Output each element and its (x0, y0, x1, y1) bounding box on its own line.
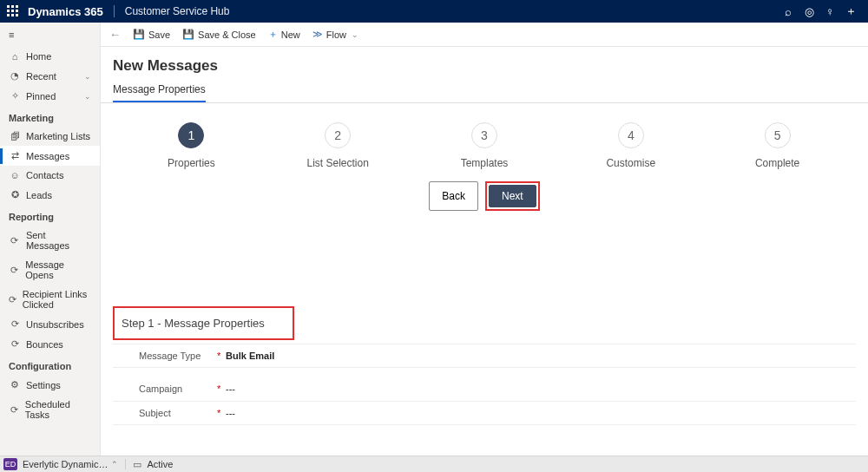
pin-icon: ✧ (9, 90, 21, 102)
wizard-step-customise[interactable]: 4 Customise (557, 122, 704, 169)
highlight-section-title: Step 1 - Message Properties (113, 306, 294, 340)
sidebar-item-scheduled-tasks[interactable]: ⟳ Scheduled Tasks (0, 395, 100, 424)
task-icon[interactable]: ◎ (799, 5, 819, 18)
record-status: Active (147, 459, 173, 469)
sidebar-item-label: Leads (26, 190, 52, 200)
step-number: 4 (618, 122, 644, 148)
sidebar-item-label: Recent (26, 71, 56, 82)
search-icon[interactable]: ⌕ (778, 5, 799, 18)
sidebar-item-contacts[interactable]: ☺ Contacts (0, 166, 100, 185)
sidebar-item-label: Messages (26, 151, 69, 161)
new-label: New (281, 30, 300, 40)
command-bar: ← 💾 Save 💾 Save & Close ＋ New ≫ Flow ⌄ (101, 23, 868, 47)
global-nav-bar: Dynamics 365 Customer Service Hub ⌕ ◎ ♀ … (0, 0, 868, 23)
clock-icon: ◔ (9, 70, 21, 82)
area-selector[interactable]: Everlytic Dynamic… ⌃ (23, 459, 118, 469)
tab-message-properties[interactable]: Message Properties (113, 80, 206, 102)
sidebar-item-leads[interactable]: ✪ Leads (0, 185, 100, 205)
sidebar-item-label: Scheduled Tasks (25, 399, 91, 420)
sidebar-item-label: Settings (26, 380, 61, 390)
contact-icon: ☺ (9, 170, 21, 180)
field-value: --- (226, 408, 235, 418)
form: Message Type * Bulk Email Campaign * ---… (113, 344, 856, 425)
sidebar-item-home[interactable]: ⌂ Home (0, 47, 100, 66)
flow-icon: ≫ (312, 29, 323, 40)
sidebar-item-settings[interactable]: ⚙ Settings (0, 375, 100, 395)
step-number: 3 (471, 122, 497, 148)
field-subject[interactable]: Subject * --- (113, 402, 856, 425)
back-button[interactable]: Back (429, 181, 478, 211)
sidebar-item-messages[interactable]: ⇄ Messages (0, 146, 100, 166)
required-icon: * (217, 384, 226, 394)
wizard-step-complete[interactable]: 5 Complete (704, 122, 851, 169)
sidebar-item-label: Home (26, 51, 51, 62)
assistant-icon[interactable]: ♀ (819, 5, 840, 18)
cycle-icon: ⟳ (9, 318, 21, 330)
wizard-steps: 1 Properties 2 List Selection 3 Template… (101, 103, 868, 169)
step-label: Complete (704, 157, 851, 169)
sidebar-item-recipient-links[interactable]: ⟳ Recipient Links Clicked (0, 285, 100, 314)
sidebar-item-recent[interactable]: ◔ Recent ⌄ (0, 66, 100, 86)
cycle-icon: ⟳ (9, 338, 21, 350)
sidebar-toggle-icon[interactable]: ≡ (0, 23, 100, 47)
wizard-step-list-selection[interactable]: 2 List Selection (265, 122, 411, 169)
step-label: Customise (557, 157, 704, 169)
wizard-buttons: Back Next (101, 181, 868, 211)
list-icon: 🗐 (9, 131, 21, 141)
chevron-down-icon: ⌄ (84, 92, 91, 101)
lead-icon: ✪ (9, 189, 21, 200)
field-value: Bulk Email (226, 351, 274, 361)
flow-label: Flow (326, 30, 346, 40)
save-button[interactable]: 💾 Save (133, 29, 170, 40)
sidebar-item-label: Unsubscribes (26, 319, 84, 330)
sidebar: ≡ ⌂ Home ◔ Recent ⌄ ✧ Pinned ⌄ Marketing… (0, 23, 101, 456)
brand-name: Dynamics 365 (28, 5, 103, 18)
cycle-icon: ⟳ (9, 404, 20, 416)
sidebar-item-pinned[interactable]: ✧ Pinned ⌄ (0, 86, 100, 106)
sidebar-item-unsubscribes[interactable]: ⟳ Unsubscribes (0, 314, 100, 334)
next-button[interactable]: Next (489, 185, 536, 207)
section-message-properties: Step 1 - Message Properties Message Type… (101, 306, 868, 425)
home-icon: ⌂ (9, 51, 21, 62)
required-icon: * (217, 408, 226, 418)
cycle-icon: ⟳ (9, 235, 21, 246)
cycle-icon: ⟳ (9, 294, 17, 305)
save-close-button[interactable]: 💾 Save & Close (182, 29, 256, 40)
sidebar-item-marketing-lists[interactable]: 🗐 Marketing Lists (0, 127, 100, 146)
sidebar-item-label: Contacts (26, 170, 63, 180)
field-message-type[interactable]: Message Type * Bulk Email (113, 344, 856, 368)
chevron-down-icon: ⌄ (84, 72, 91, 81)
field-campaign[interactable]: Campaign * --- (113, 368, 856, 402)
app-launcher-icon[interactable] (7, 5, 19, 17)
app-area: Customer Service Hub (125, 5, 230, 17)
sidebar-item-label: Marketing Lists (26, 131, 90, 141)
tabs: Message Properties (101, 80, 868, 103)
chevron-down-icon: ⌄ (352, 30, 358, 39)
highlight-next: Next (485, 181, 540, 211)
sidebar-item-label: Bounces (26, 339, 63, 350)
step-label: Templates (411, 157, 558, 169)
chevron-up-down-icon: ⌃ (111, 460, 118, 469)
step-number: 2 (325, 122, 351, 148)
sidebar-group-reporting: Reporting (0, 205, 100, 226)
save-icon: 💾 (133, 29, 145, 40)
step-label: Properties (118, 157, 265, 169)
sidebar-group-marketing: Marketing (0, 106, 100, 127)
step-number: 5 (765, 122, 791, 148)
section-title: Step 1 - Message Properties (118, 311, 268, 335)
flow-button[interactable]: ≫ Flow ⌄ (312, 29, 358, 40)
back-icon[interactable]: ← (109, 28, 121, 41)
sidebar-item-message-opens[interactable]: ⟳ Message Opens (0, 255, 100, 285)
required-icon: * (217, 351, 226, 361)
plus-icon: ＋ (268, 28, 278, 41)
sidebar-item-bounces[interactable]: ⟳ Bounces (0, 334, 100, 354)
add-icon[interactable]: ＋ (840, 3, 861, 19)
field-label: Campaign (139, 384, 217, 394)
sidebar-item-label: Pinned (26, 91, 56, 102)
brand-divider (114, 5, 115, 17)
wizard-step-templates[interactable]: 3 Templates (411, 122, 558, 169)
field-value: --- (226, 384, 235, 394)
sidebar-item-sent-messages[interactable]: ⟳ Sent Messages (0, 226, 100, 255)
wizard-step-properties[interactable]: 1 Properties (118, 122, 265, 169)
new-button[interactable]: ＋ New (268, 28, 300, 41)
